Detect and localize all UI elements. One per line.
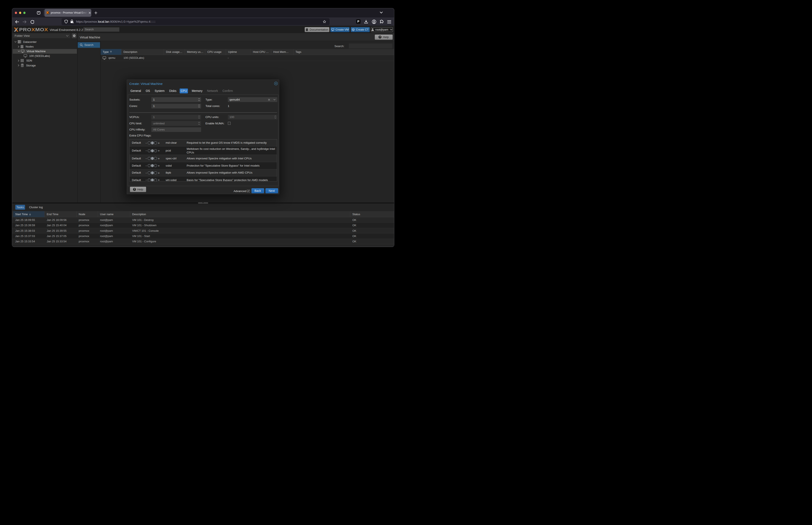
- svg-text:?: ?: [379, 36, 381, 38]
- svg-text:?: ?: [134, 188, 135, 191]
